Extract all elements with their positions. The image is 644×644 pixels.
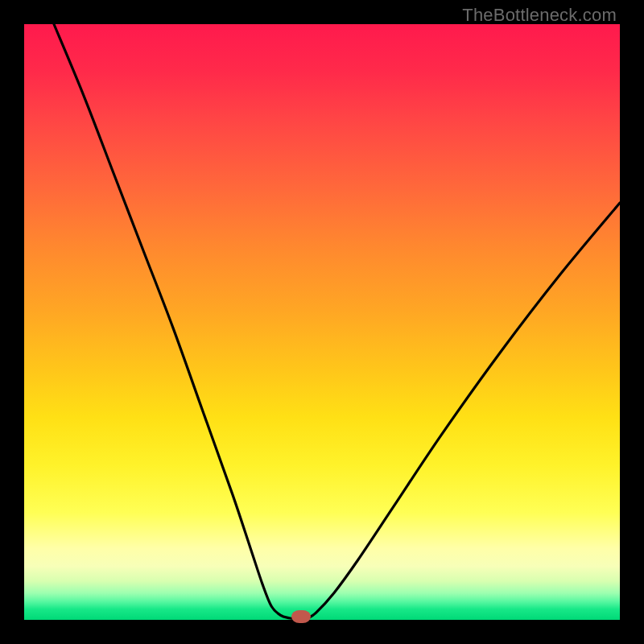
bottleneck-curve [24, 24, 620, 620]
optimum-marker [291, 610, 311, 623]
watermark-text: TheBottleneck.com [462, 5, 617, 26]
plot-area [24, 24, 620, 620]
chart-frame: TheBottleneck.com [0, 0, 644, 644]
curve-path [54, 24, 620, 619]
